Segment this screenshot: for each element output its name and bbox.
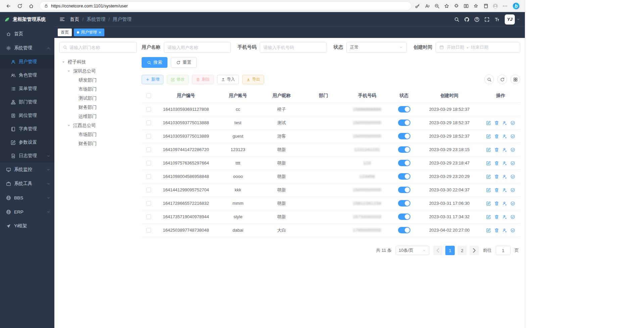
tree-caret-icon[interactable] [60, 59, 66, 65]
breadcrumb-item[interactable]: 用户管理 [113, 16, 132, 22]
tree-node[interactable]: 江西总公司 [59, 121, 137, 130]
row-checkbox[interactable] [146, 174, 151, 179]
reset-password-icon[interactable] [502, 147, 507, 152]
hamburger-icon[interactable] [54, 12, 70, 27]
read-aloud-icon[interactable] [425, 3, 430, 9]
favorite-add-icon[interactable] [444, 3, 449, 9]
sidebar-item-yiframe[interactable]: Yi框架 [0, 219, 54, 233]
tab-close-icon[interactable]: × [99, 30, 101, 35]
collections-icon[interactable] [483, 3, 488, 9]
edit-icon[interactable] [486, 147, 491, 152]
refresh-icon[interactable] [15, 1, 25, 11]
check-circle-icon[interactable] [510, 121, 515, 125]
reset-password-icon[interactable] [502, 228, 507, 233]
page-button-1[interactable]: 1 [445, 246, 455, 255]
reset-password-icon[interactable] [502, 161, 507, 166]
status-toggle[interactable] [398, 173, 410, 180]
check-circle-icon[interactable] [510, 215, 515, 219]
select-all-checkbox[interactable] [146, 93, 151, 98]
edit-icon[interactable] [486, 201, 491, 206]
reset-password-icon[interactable] [502, 174, 507, 179]
goto-page-input[interactable] [496, 246, 510, 255]
sidebar-item-menu[interactable]: 菜单管理 [0, 82, 54, 95]
tree-node[interactable]: 测试部门 [59, 94, 137, 103]
check-circle-icon[interactable] [510, 188, 515, 192]
fullscreen-icon[interactable] [482, 14, 492, 25]
key-icon[interactable] [415, 3, 420, 9]
edit-icon[interactable] [486, 215, 491, 219]
tree-node[interactable]: 市场部门 [59, 85, 137, 94]
tree-caret-icon[interactable] [66, 68, 72, 74]
breadcrumb-item[interactable]: 首页 [70, 16, 79, 22]
delete-icon[interactable] [494, 134, 499, 139]
delete-icon[interactable] [494, 161, 499, 166]
home-icon[interactable] [26, 1, 36, 11]
sidebar-item-monitor[interactable]: 系统监控 [0, 162, 54, 177]
favorites-bar-icon[interactable] [473, 3, 479, 9]
status-toggle[interactable] [398, 120, 410, 126]
tree-node[interactable]: 财务部门 [59, 103, 137, 112]
row-checkbox[interactable] [146, 201, 151, 206]
zoom-out-icon[interactable] [434, 3, 440, 9]
search-icon[interactable] [452, 14, 462, 25]
username-input[interactable] [167, 45, 227, 50]
copilot-icon[interactable]: b [512, 2, 520, 10]
delete-icon[interactable] [494, 215, 499, 219]
page-button-2[interactable]: 2 [457, 246, 467, 255]
edit-icon[interactable] [486, 188, 491, 192]
status-toggle[interactable] [398, 133, 410, 139]
next-page-button[interactable] [469, 246, 479, 255]
page-size-select[interactable]: 10条/页 [396, 246, 429, 255]
sidebar-item-param[interactable]: 参数设置 [0, 136, 54, 149]
sidebar-item-dict[interactable]: 字典管理 [0, 122, 54, 136]
row-checkbox[interactable] [146, 188, 151, 192]
tree-node[interactable]: 研发部门 [59, 76, 137, 85]
edit-icon[interactable] [486, 121, 491, 125]
reset-password-icon[interactable] [502, 121, 507, 125]
sidebar-item-home[interactable]: 首页 [0, 27, 54, 41]
row-checkbox[interactable] [146, 215, 151, 219]
row-checkbox[interactable] [146, 121, 151, 125]
date-range-picker[interactable]: 开始日期 - 结束日期 [436, 42, 520, 53]
refresh-icon[interactable] [497, 75, 507, 84]
status-toggle[interactable] [398, 146, 410, 153]
sidebar-item-bbs[interactable]: BBS [0, 191, 54, 205]
delete-icon[interactable] [494, 174, 499, 179]
sidebar-item-erp[interactable]: ERP [0, 205, 54, 219]
tree-node[interactable]: 橙子科技 [59, 57, 137, 66]
tab-home[interactable]: 首页 [58, 29, 72, 36]
delete-icon[interactable] [494, 201, 499, 206]
status-toggle[interactable] [398, 200, 410, 206]
row-checkbox[interactable] [146, 147, 151, 152]
reset-button[interactable]: 重置 [171, 57, 197, 68]
prev-page-button[interactable] [433, 246, 443, 255]
back-icon[interactable] [3, 1, 13, 11]
sidebar-item-post[interactable]: 岗位管理 [0, 109, 54, 122]
edit-icon[interactable] [486, 228, 491, 233]
delete-icon[interactable] [494, 228, 499, 233]
row-checkbox[interactable] [146, 228, 151, 233]
row-checkbox[interactable] [146, 107, 151, 112]
edit-icon[interactable] [486, 134, 491, 139]
status-toggle[interactable] [398, 214, 410, 220]
help-icon[interactable] [472, 14, 482, 25]
edit-icon[interactable] [486, 174, 491, 179]
check-circle-icon[interactable] [510, 134, 515, 139]
split-screen-icon[interactable] [463, 3, 469, 9]
breadcrumb-item[interactable]: 系统管理 [87, 16, 105, 22]
add-button[interactable]: 新增 [142, 75, 163, 84]
extensions-icon[interactable] [454, 3, 459, 9]
font-size-icon[interactable] [492, 14, 502, 25]
github-icon[interactable] [462, 14, 472, 25]
user-avatar[interactable]: YJ [505, 14, 520, 25]
reset-password-icon[interactable] [502, 215, 507, 219]
sidebar-item-tools[interactable]: 系统工具 [0, 177, 54, 191]
delete-icon[interactable] [494, 121, 499, 125]
phone-input[interactable] [263, 45, 323, 50]
status-toggle[interactable] [398, 160, 410, 166]
tree-node[interactable]: 市场部门 [59, 130, 137, 139]
edit-button[interactable]: 修改 [167, 75, 189, 84]
address-bar[interactable]: https://ccnetcore.com:1101/system/user [40, 1, 411, 10]
status-toggle[interactable] [398, 106, 410, 112]
status-toggle[interactable] [398, 187, 410, 193]
